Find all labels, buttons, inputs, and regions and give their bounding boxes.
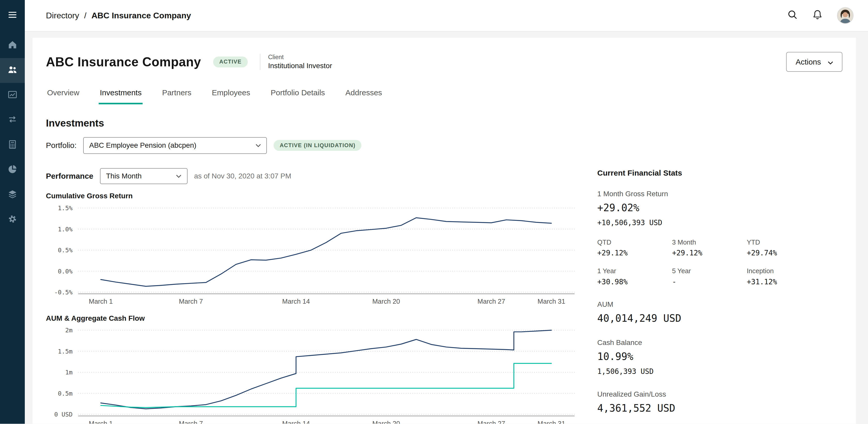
main-content: ABC Insurance Company ACTIVE Client Inst… [25,32,868,424]
performance-row: Performance This Month as of Nov 30, 202… [46,168,576,184]
period-select-value: This Month [106,172,142,180]
client-label: Client [268,54,332,61]
svg-text:March 20: March 20 [372,298,400,305]
stat-cell-5year: 5 Year - [672,267,747,286]
breadcrumb-current: ABC Insurance Company [91,11,191,21]
portfolio-status-badge: ACTIVE (IN LIQUIDATION) [274,140,362,151]
client-type: Institutional Investor [268,62,332,70]
search-button[interactable] [787,9,798,22]
calculator-icon [7,139,18,151]
transfer-arrows-icon [7,115,18,126]
chart-title-cumulative-gross-return: Cumulative Gross Return [46,192,576,200]
page-title: ABC Insurance Company [46,55,201,69]
chevron-down-icon [176,174,181,178]
stat-cell-1year: 1 Year +30.98% [597,267,672,286]
svg-text:2m: 2m [65,327,72,334]
users-icon [7,65,18,76]
svg-text:March 7: March 7 [179,420,203,424]
sidebar-item-settings[interactable] [0,207,25,232]
breadcrumb-directory-link[interactable]: Directory [46,11,79,21]
one-month-return-label: 1 Month Gross Return [597,190,842,198]
sidebar-item-allocation[interactable] [0,158,25,183]
app-root: Directory / ABC Insurance Company [0,0,868,424]
client-detail-card: ABC Insurance Company ACTIVE Client Inst… [33,38,856,424]
breadcrumb: Directory / ABC Insurance Company [46,11,191,21]
svg-text:March 14: March 14 [282,298,310,305]
search-icon [787,9,798,22]
svg-text:0 USD: 0 USD [54,411,72,418]
cumulative-gross-return-block: Cumulative Gross Return 1.5%1.0%0.5%0.0%… [46,192,576,305]
svg-text:0.5m: 0.5m [58,390,72,397]
one-month-return-pct: +29.02% [597,202,842,214]
topbar-actions [787,7,854,24]
notifications-button[interactable] [812,9,823,22]
tab-employees[interactable]: Employees [211,88,251,104]
aum-cash-flow-chart: 2m1.5m1m0.5m0 USDMarch 1March 7March 14M… [46,324,576,424]
svg-text:1.5%: 1.5% [58,204,72,212]
user-avatar[interactable] [837,7,854,24]
investments-section-title: Investments [46,118,843,129]
portfolio-row: Portfolio: ABC Employee Pension (abcpen)… [46,137,843,154]
aum-cash-flow-block: AUM & Aggregate Cash Flow 2m1.5m1m0.5m0 … [46,314,576,424]
svg-text:March 20: March 20 [372,420,400,424]
tab-overview[interactable]: Overview [46,88,81,104]
gear-icon [7,214,18,226]
hamburger-menu-button[interactable] [0,0,25,32]
returns-grid: QTD +29.12% 3 Month +29.12% YTD +29.74% [597,238,842,286]
period-select[interactable]: This Month [100,168,188,184]
svg-text:1m: 1m [65,369,72,376]
stat-cell-3month: 3 Month +29.12% [672,238,747,257]
tab-partners[interactable]: Partners [161,88,192,104]
stat-cell-inception: Inception +31.12% [747,267,822,286]
tab-portfolio-details[interactable]: Portfolio Details [270,88,326,104]
home-icon [7,40,18,52]
svg-text:-0.5%: -0.5% [54,289,72,296]
performance-chart-icon [7,90,18,101]
stat-cell-qtd: QTD +29.12% [597,238,672,257]
sidebar-item-home[interactable] [0,33,25,58]
status-badge: ACTIVE [213,57,247,67]
chevron-down-icon [828,58,833,66]
svg-text:March 31: March 31 [537,420,565,424]
entity-header: ABC Insurance Company ACTIVE Client Inst… [46,52,843,72]
chevron-down-icon [255,144,261,147]
layers-icon [7,189,18,201]
stats-title: Current Financial Stats [597,169,842,177]
tab-addresses[interactable]: Addresses [344,88,383,104]
one-month-return-usd: +10,506,393 USD [597,219,842,227]
sidebar-item-transactions[interactable] [0,108,25,133]
svg-text:1.5m: 1.5m [58,348,72,355]
portfolio-label: Portfolio: [46,141,76,150]
actions-button-label: Actions [796,58,821,66]
sidebar-nav [0,33,25,232]
svg-text:March 1: March 1 [89,298,113,305]
sidebar-item-calculator[interactable] [0,133,25,158]
cash-balance-stat: Cash Balance 10.99% 1,506,393 USD [597,338,842,376]
svg-text:March 1: March 1 [89,420,113,424]
tab-investments[interactable]: Investments [99,88,143,104]
svg-text:March 31: March 31 [537,298,565,305]
cumulative-gross-return-chart: 1.5%1.0%0.5%0.0%-0.5%March 1March 7March… [46,201,576,305]
chart-title-aum-cash-flow: AUM & Aggregate Cash Flow [46,314,576,323]
sidebar-item-performance[interactable] [0,83,25,108]
stat-cell-ytd: YTD +29.74% [747,238,822,257]
svg-text:March 7: March 7 [179,298,203,305]
topbar: Directory / ABC Insurance Company [25,0,868,32]
svg-text:1.0%: 1.0% [58,225,72,233]
sidebar-item-clients[interactable] [0,58,25,83]
sidebar-item-holdings[interactable] [0,183,25,207]
avatar-photo [838,17,853,24]
portfolio-select-value: ABC Employee Pension (abcpen) [89,141,196,150]
actions-button[interactable]: Actions [786,52,842,72]
charts-column: Performance This Month as of Nov 30, 202… [46,168,576,424]
pie-chart-icon [7,164,18,176]
breadcrumb-separator: / [84,11,87,21]
financial-stats-panel: Current Financial Stats 1 Month Gross Re… [597,168,842,424]
tab-bar: Overview Investments Partners Employees … [46,88,843,104]
svg-text:0.5%: 0.5% [58,247,72,254]
portfolio-select[interactable]: ABC Employee Pension (abcpen) [83,137,267,154]
content-row: Performance This Month as of Nov 30, 202… [46,168,843,424]
client-info: Client Institutional Investor [260,54,332,70]
bell-icon [812,9,823,22]
svg-text:0.0%: 0.0% [58,267,72,275]
